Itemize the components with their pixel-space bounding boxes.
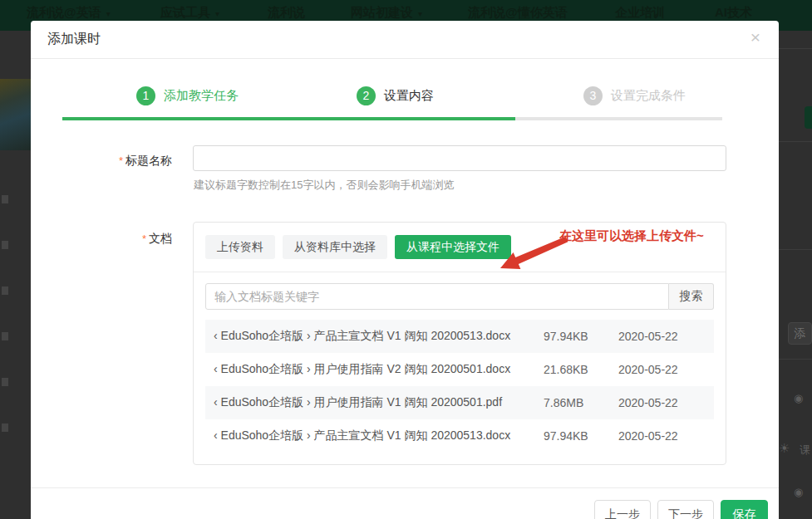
nav-item[interactable]: 流利说 [268, 5, 305, 21]
file-date: 2020-05-22 [618, 363, 697, 376]
file-name: ‹ EduSoho企培版 › 用户使用指南 V1 阔知 20200501.pdf [214, 395, 544, 410]
nav-item[interactable]: 流利说@英语▾ [27, 5, 111, 21]
background-divider [779, 141, 812, 142]
file-row[interactable]: ‹ EduSoho企培版 › 产品主宣文档 V1 阔知 20200513.doc… [205, 419, 714, 453]
step-number-badge: 3 [583, 86, 603, 105]
add-lesson-modal: 添加课时 × 1 添加教学任务 2 设置内容 3 设置完成条件 *标题名称 建议… [31, 21, 779, 519]
file-row[interactable]: ‹ EduSoho企培版 › 用户使用指南 V2 阔知 20200501.doc… [205, 353, 714, 386]
step-label: 添加教学任务 [164, 88, 239, 104]
nav-item[interactable]: AI技术 [715, 5, 752, 21]
file-size: 7.86MB [544, 396, 618, 409]
nav-item[interactable]: 网站初建设▾ [351, 5, 422, 21]
tab-choose-from-course[interactable]: 从课程中选择文件 [395, 235, 511, 259]
annotation-text: 在这里可以选择上传文件~ [559, 228, 704, 244]
modal-title: 添加课时 [47, 31, 101, 48]
step-set-content: 2 设置内容 [357, 86, 434, 105]
background-course-thumbnail [0, 79, 32, 150]
title-help-text: 建议标题字数控制在15字以内，否则会影响手机端浏览 [194, 178, 454, 193]
background-divider [779, 249, 812, 250]
step-completion-conditions: 3 设置完成条件 [583, 86, 686, 105]
file-name: ‹ EduSoho企培版 › 产品主宣文档 V1 阔知 20200513.doc… [214, 329, 544, 344]
sun-icon: ☀ [779, 441, 790, 456]
file-row[interactable]: ‹ EduSoho企培版 › 用户使用指南 V1 阔知 20200501.pdf… [205, 386, 714, 419]
document-field-label: *文档 [31, 232, 172, 247]
chevron-down-icon: ▾ [106, 9, 111, 18]
file-date: 2020-05-22 [618, 429, 697, 443]
background-text-fragment [2, 241, 8, 249]
background-course-label: 课 [800, 443, 810, 458]
document-picker-panel: 上传资料 从资料库中选择 从课程中选择文件 搜索 ‹ EduSoho企培版 › … [193, 222, 726, 465]
modal-header: 添加课时 × [31, 21, 779, 59]
eye-icon: ◉ [794, 392, 803, 404]
file-row[interactable]: ‹ EduSoho企培版 › 产品主宣文档 V1 阔知 20200513.doc… [205, 320, 714, 353]
next-step-button[interactable]: 下一步 [657, 500, 714, 519]
search-input[interactable] [205, 283, 669, 310]
document-search-bar: 搜索 [205, 283, 714, 310]
background-text-fragment [2, 424, 8, 432]
file-size: 97.94KB [544, 429, 618, 443]
file-date: 2020-05-22 [618, 396, 697, 409]
step-number-badge: 2 [357, 86, 376, 105]
screen: 流利说@英语▾ 应试工具▾ 流利说 网站初建设▾ 流利说@懂你英语 企业培训 A… [0, 0, 812, 519]
background-green-button [805, 106, 812, 129]
required-asterisk: * [119, 154, 123, 167]
close-icon[interactable]: × [750, 28, 760, 46]
background-text-fragment [2, 332, 8, 340]
chevron-down-icon: ▾ [418, 9, 422, 18]
file-size: 97.94KB [544, 330, 618, 343]
file-list: ‹ EduSoho企培版 › 产品主宣文档 V1 阔知 20200513.doc… [205, 320, 714, 453]
nav-item[interactable]: 流利说@懂你英语 [468, 5, 568, 21]
background-divider [779, 48, 812, 49]
previous-step-button[interactable]: 上一步 [594, 500, 651, 519]
background-add-button: 添 [788, 322, 812, 345]
step-progress-fill [62, 117, 515, 120]
step-label: 设置完成条件 [611, 88, 686, 104]
search-button[interactable]: 搜索 [669, 283, 714, 310]
file-date: 2020-05-22 [618, 330, 697, 343]
modal-footer: 上一步 下一步 保存 [31, 487, 779, 519]
step-add-task: 1 添加教学任务 [136, 86, 239, 105]
file-name: ‹ EduSoho企培版 › 用户使用指南 V2 阔知 20200501.doc… [214, 362, 544, 377]
background-text-fragment [2, 378, 8, 386]
background-text-fragment [2, 195, 8, 203]
eye-icon: ◉ [794, 486, 803, 498]
title-field-label: *标题名称 [31, 154, 172, 169]
tab-upload-material[interactable]: 上传资料 [205, 235, 275, 259]
tab-choose-from-library[interactable]: 从资料库中选择 [283, 235, 387, 259]
step-progress-track [62, 117, 722, 120]
file-size: 21.68KB [544, 363, 618, 376]
background-divider [779, 359, 812, 360]
step-number-badge: 1 [136, 86, 155, 105]
annotation-arrow-icon [496, 235, 573, 273]
save-button[interactable]: 保存 [721, 500, 768, 519]
nav-item[interactable]: 企业培训 [615, 5, 665, 21]
step-label: 设置内容 [384, 88, 434, 104]
file-name: ‹ EduSoho企培版 › 产品主宣文档 V1 阔知 20200513.doc… [214, 428, 544, 443]
required-asterisk: * [142, 233, 146, 245]
chevron-down-icon: ▾ [215, 9, 219, 18]
title-input[interactable] [193, 145, 726, 171]
nav-item[interactable]: 应试工具▾ [160, 5, 219, 21]
background-text-fragment [2, 286, 8, 295]
